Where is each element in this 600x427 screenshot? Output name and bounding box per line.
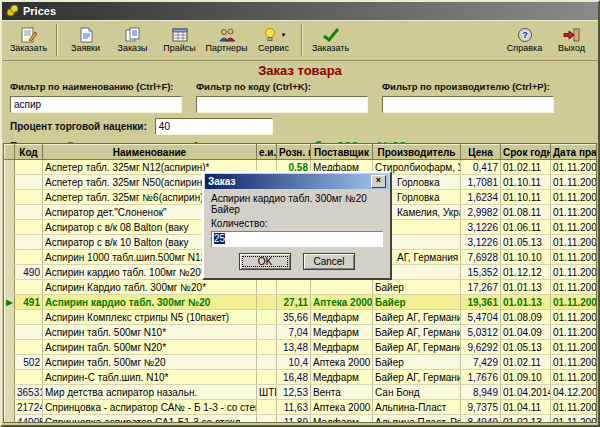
column-header[interactable]: Дата прайса [551, 145, 598, 160]
column-header[interactable]: Код [15, 145, 43, 160]
orders-documents-icon [124, 26, 142, 43]
cell: Спринцовка-аспиратор СА1-Б1-3 со стекл. [43, 415, 257, 424]
row-marker-cell: ▶ [5, 295, 15, 310]
cancel-button[interactable]: Cancel [303, 253, 355, 270]
cell: 01.11.2008 [551, 220, 598, 235]
column-header[interactable]: Наименование [43, 145, 257, 160]
toolbar-separator [301, 24, 303, 56]
column-header[interactable]: Розн. ц. [277, 145, 311, 160]
cell: 491 [15, 295, 43, 310]
toolbar-button-label: Партнеры [206, 43, 248, 54]
cell: 3,1226 [461, 220, 501, 235]
filter-name-input[interactable] [10, 96, 182, 113]
cell: 7,429 [461, 355, 501, 370]
table-row[interactable]: Аспирин табл. 500мг N20*13,48МедфармБайе… [5, 340, 598, 355]
app-window: Prices Заказать Заявки Заказы Прайсы [0, 0, 600, 427]
cell: Спринцовка - аспиратор СА№ - Б 1-3 - со … [43, 400, 257, 415]
cell: 21724 [15, 400, 43, 415]
toolbar-button-order[interactable]: Заказать [5, 21, 52, 59]
table-row[interactable]: Аспирин-С табл.шип. N10*16,48МедфармБайе… [5, 370, 598, 385]
cell: Альпина-Пласт [373, 400, 461, 415]
cell [15, 280, 43, 295]
cell [15, 175, 43, 190]
cell: 01.11.2008 [551, 295, 598, 310]
filter-code-input[interactable] [196, 96, 368, 113]
cell: 0,417 [461, 160, 501, 175]
table-row[interactable]: Аспирин табл. 500мг N10*7,04МедфармБайер… [5, 325, 598, 340]
toolbar-button-requests[interactable]: Заявки [62, 21, 109, 59]
cell: 01.10.10 [501, 250, 551, 265]
cell [15, 340, 43, 355]
grid-header-row: КодНаименованиее.и.Розн. ц.ПоставщикПрои… [5, 145, 598, 160]
cell: 01.09.10 [501, 370, 551, 385]
ok-button[interactable]: OK [239, 253, 291, 270]
quantity-input[interactable]: 25 [211, 231, 383, 247]
row-marker-cell [5, 175, 15, 190]
cell [277, 280, 311, 295]
cell: 1,6234 [461, 190, 501, 205]
toolbar-button-label: Справка [507, 43, 542, 54]
toolbar-button-label: Выход [558, 43, 585, 54]
filter-manufacturer-input[interactable] [382, 96, 554, 113]
markup-percent-input[interactable] [155, 118, 273, 135]
table-row[interactable]: 44005Спринцовка-аспиратор СА1-Б1-3 со ст… [5, 415, 598, 424]
window-titlebar[interactable]: Prices [2, 2, 598, 20]
cell: Байер АГ, Германия [373, 325, 461, 340]
cell: Аспирин Кардио табл. 300мг №20* [43, 280, 257, 295]
cell [257, 340, 277, 355]
markup-percent-label: Процент торговой наценки: [10, 121, 147, 132]
dialog-titlebar[interactable]: Заказ × [205, 174, 389, 189]
cell: ШТК [257, 385, 277, 400]
cell: 15,352 [461, 265, 501, 280]
cell: 01.04.2014 [501, 385, 551, 400]
cell: Альпина Пласт, Росс [373, 415, 461, 424]
toolbar-button-label: Заказы [117, 43, 147, 54]
column-header[interactable]: Поставщик [311, 145, 373, 160]
toolbar-button-prices[interactable]: Прайсы [156, 21, 203, 59]
column-header[interactable]: е.и. [257, 145, 277, 160]
cell: 01.12.12 [501, 265, 551, 280]
table-row[interactable]: ▶491Аспирин кардио табл. 300мг №2027,11А… [5, 295, 598, 310]
toolbar-button-label: Заявки [71, 43, 100, 54]
cell: 01.11.2008 [551, 235, 598, 250]
cell: 01.11.2008 [551, 310, 598, 325]
toolbar-button-orders[interactable]: Заказы [109, 21, 156, 59]
cell: 13,48 [277, 340, 311, 355]
toolbar-button-help[interactable]: ? Справка [501, 21, 548, 59]
app-icon [6, 4, 19, 19]
toolbar-button-service[interactable]: ▼ Сервис [250, 21, 297, 59]
toolbar-button-confirm-order[interactable]: Заказать [307, 21, 354, 59]
close-icon[interactable]: × [371, 175, 386, 188]
row-marker-cell [5, 280, 15, 295]
quantity-selected-text: 25 [214, 233, 225, 244]
table-row[interactable]: Аспирин Кардио табл. 300мг №20*Байер17,2… [5, 280, 598, 295]
filter-by-manufacturer: Фильтр по производителю (Ctrl+P): [382, 81, 554, 113]
cell: 01.11.2008 [551, 280, 598, 295]
toolbar-button-partners[interactable]: Партнеры [203, 21, 250, 59]
column-header[interactable]: Цена [461, 145, 501, 160]
cell [15, 205, 43, 220]
cell: 502 [15, 355, 43, 370]
column-header[interactable]: Срок годн. [501, 145, 551, 160]
cell: Медфарм [311, 310, 373, 325]
cell: Медфарм [311, 325, 373, 340]
cell: 01.11.2008 [551, 325, 598, 340]
cell: 01.11.2008 [551, 175, 598, 190]
column-header[interactable]: Производитель [373, 145, 461, 160]
cell: 01.01.13 [501, 295, 551, 310]
toolbar-button-label: Заказать [312, 43, 349, 54]
table-row[interactable]: 502Аспирин табл. 500мг №2010,4Аптека 200… [5, 355, 598, 370]
table-row[interactable]: 21724Спринцовка - аспиратор СА№ - Б 1-3 … [5, 400, 598, 415]
table-row[interactable]: Аспирин Комплекс стрипы N5 (10пакет)35,6… [5, 310, 598, 325]
toolbar-button-exit[interactable]: Выход [548, 21, 595, 59]
dialog-product-name: Аспирин кардио табл. 300мг №20 [211, 193, 383, 204]
toolbar-button-label: Заказать [10, 43, 47, 54]
cell [257, 415, 277, 424]
table-row[interactable]: 36531Мир детства аспиратор назальн.ШТК12… [5, 385, 598, 400]
green-check-icon [322, 26, 340, 43]
dropdown-arrow-icon[interactable]: ▼ [281, 32, 287, 38]
cell: Сан Бонд [373, 385, 461, 400]
cell: 11,63 [277, 400, 311, 415]
cell: 01.05.13 [501, 340, 551, 355]
cell: 9,7375 [461, 400, 501, 415]
